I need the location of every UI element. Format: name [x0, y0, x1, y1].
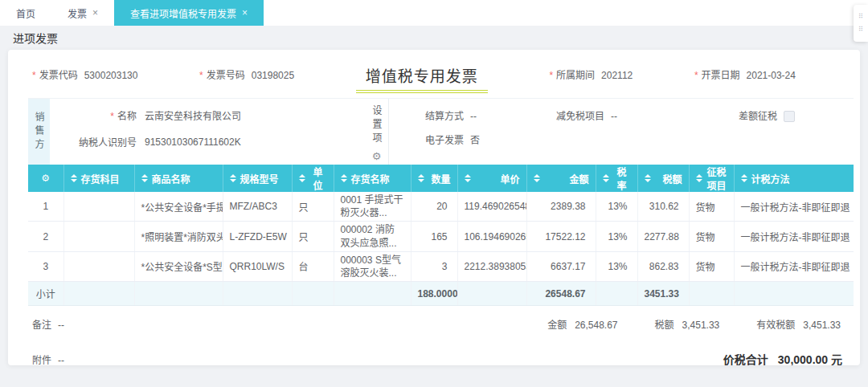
- column-header-method[interactable]: 计税方法: [734, 165, 854, 192]
- page-title: 进项发票: [13, 30, 58, 46]
- column-label: 税率: [613, 165, 631, 192]
- table-row[interactable]: 2*照明装置*消防双头L-ZFZD-E5W只000002 消防双头应急照...1…: [28, 222, 854, 251]
- cell-inv_account: [63, 251, 134, 281]
- sort-icon[interactable]: [230, 174, 236, 182]
- tax-exempt-value: --: [611, 111, 617, 122]
- cell-inv_name: 000002 消防双头应急照...: [334, 222, 411, 251]
- seller-taxid-field: 纳税人识别号 91530103067111602K: [50, 135, 365, 149]
- sort-icon[interactable]: [341, 174, 347, 182]
- subtotal-empty-cell: [689, 282, 734, 306]
- table-row[interactable]: 3*公共安全设备*S型QRR10LW/S台000003 S型气溶胶灭火装...3…: [28, 251, 854, 281]
- period-field: *所属期间202112: [549, 67, 633, 81]
- column-label: 金额: [569, 172, 588, 185]
- cell-spec: L-ZFZD-E5W: [223, 222, 292, 251]
- cell-inv_name: 000003 S型气溶胶灭火装...: [334, 251, 411, 281]
- column-header-rate[interactable]: 税率: [596, 165, 637, 192]
- cell-spec: MFZ/ABC3: [223, 192, 292, 222]
- sort-icon[interactable]: [741, 174, 747, 182]
- subtotal-empty-cell: [134, 282, 223, 306]
- sort-icon[interactable]: [645, 174, 651, 182]
- cell-amount: 17522.12: [526, 222, 596, 251]
- column-label: 存货名称: [351, 172, 390, 185]
- column-label: 税额: [662, 172, 682, 185]
- column-header-price[interactable]: 单价: [457, 165, 526, 192]
- panel-dots-icon-bottom[interactable]: ⠿: [858, 26, 863, 33]
- seller-side-tab: 销售方: [28, 99, 50, 165]
- electronic-invoice-label: 电子发票: [425, 135, 464, 146]
- close-tab-icon[interactable]: ×: [92, 7, 98, 18]
- tab-bar: 首页发票×查看进项增值税专用发票× ⠿ ⠿: [0, 0, 868, 26]
- tab-查看进项增值税专用发票[interactable]: 查看进项增值税专用发票×: [114, 0, 264, 26]
- column-header-spec[interactable]: 规格型号: [223, 165, 292, 192]
- gear-icon[interactable]: ⚙: [41, 173, 50, 184]
- close-tab-icon[interactable]: ×: [242, 7, 248, 18]
- column-header-amount[interactable]: 金额: [526, 165, 596, 192]
- electronic-invoice-value: 否: [470, 135, 480, 146]
- diff-tax-checkbox[interactable]: [784, 111, 795, 122]
- column-header-unit[interactable]: 单位: [292, 165, 334, 192]
- invoice-date-value: 2021-03-24: [747, 70, 796, 81]
- gear-icon[interactable]: ⚙: [372, 150, 382, 162]
- tab-发票[interactable]: 发票×: [51, 0, 114, 26]
- invoice-number-field: *发票号码03198025: [199, 67, 294, 81]
- sort-icon[interactable]: [299, 174, 305, 182]
- cell-product_name: *照明装置*消防双头: [134, 222, 223, 251]
- valid-tax-value: 3,451.33: [803, 320, 841, 331]
- total-tax-label: 税额: [655, 320, 674, 331]
- subtotal-amount: 26548.67: [526, 282, 596, 306]
- settings-column[interactable]: 设置项 ⚙: [365, 99, 389, 165]
- settlement-label: 结算方式: [425, 111, 464, 122]
- floating-side-panel[interactable]: ⠿ ⠿: [854, 5, 868, 42]
- cell-qty: 165: [411, 222, 457, 251]
- tax-exempt-label: 减免税项目: [556, 111, 604, 122]
- sort-icon[interactable]: [71, 174, 77, 182]
- invoice-code-field: *发票代码5300203130: [32, 67, 137, 81]
- subtotal-label: 小计: [28, 282, 63, 306]
- sort-icon[interactable]: [141, 174, 148, 182]
- total-amount-field: 金额26,548.67: [547, 317, 617, 331]
- invoice-code-value: 5300203130: [84, 70, 138, 81]
- cell-method: 一般计税方法-非即征即退: [734, 222, 854, 251]
- invoice-code-label: 发票代码: [39, 70, 78, 81]
- electronic-invoice-field: 电子发票否: [425, 132, 854, 146]
- column-header-inv_name[interactable]: 存货名称: [334, 165, 411, 192]
- column-header-tax_item[interactable]: 征税项目: [689, 165, 734, 192]
- settlement-value: --: [470, 111, 477, 122]
- grand-total-unit: 元: [831, 353, 842, 365]
- seller-name-label: 名称: [117, 111, 137, 122]
- invoice-title: 增值税专用发票: [356, 64, 488, 91]
- required-icon: *: [32, 70, 36, 81]
- column-header-inv_account[interactable]: 存货科目: [63, 165, 134, 192]
- cell-unit: 只: [292, 222, 334, 251]
- column-header-tax[interactable]: 税额: [637, 165, 689, 192]
- sort-icon[interactable]: [534, 174, 540, 182]
- sort-icon[interactable]: [603, 174, 609, 182]
- cell-tax_item: 货物: [689, 192, 734, 222]
- seller-side-label: 销售方: [32, 112, 46, 153]
- table-row[interactable]: 1*公共安全设备*手提式MFZ/ABC3只0001 手提式干粉灭火器...201…: [28, 192, 854, 222]
- subtotal-empty-cell: [734, 282, 854, 306]
- invoice-number-value: 03198025: [252, 70, 294, 81]
- valid-tax-field: 有效税额3,451.33: [756, 317, 841, 331]
- column-header-product_name[interactable]: 商品名称: [134, 165, 223, 192]
- grand-total-value: 30,000.00: [778, 353, 828, 365]
- column-header-qty[interactable]: 数量: [411, 165, 457, 192]
- invoice-date-field: *开票日期2021-03-24: [694, 67, 796, 81]
- panel-dots-icon-top[interactable]: ⠿: [858, 14, 863, 20]
- required-icon: *: [549, 70, 553, 81]
- subtotal-qty: 188.0000...: [411, 282, 457, 306]
- cell-tax_item: 货物: [689, 222, 734, 251]
- cell-price: 119.469026548: [457, 192, 526, 222]
- cell-idx: 3: [28, 251, 63, 281]
- tab-首页[interactable]: 首页: [0, 0, 51, 26]
- subtotal-empty-cell: [292, 282, 334, 306]
- column-header-gear[interactable]: ⚙: [28, 165, 63, 192]
- sort-icon[interactable]: [418, 174, 424, 182]
- tax-exempt-field: 减免税项目--: [556, 108, 739, 122]
- sort-icon[interactable]: [465, 174, 471, 182]
- required-icon: *: [199, 70, 203, 81]
- sort-icon[interactable]: [696, 174, 702, 182]
- cell-unit: 只: [292, 192, 334, 222]
- valid-tax-label: 有效税额: [756, 320, 795, 331]
- attachment-field: 附件--: [32, 352, 64, 365]
